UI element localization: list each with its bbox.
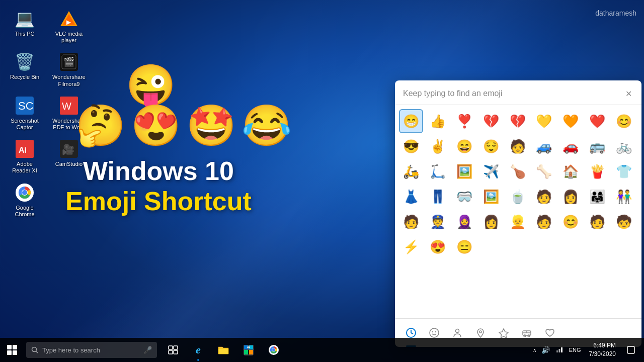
emoji-cell-29[interactable]: 🥽	[452, 185, 476, 209]
network-svg-icon	[556, 346, 563, 353]
store-button[interactable]	[236, 338, 261, 362]
emoji-cell-34[interactable]: 👨‍👩‍👧	[585, 185, 609, 209]
recycle-image: 🗑️	[15, 52, 35, 72]
chrome-taskbar-button[interactable]	[262, 338, 286, 362]
emoji-cell-3[interactable]: 💔	[479, 109, 503, 133]
emoji-cell-32[interactable]: 🧑	[532, 185, 556, 209]
svg-point-31	[528, 335, 530, 337]
language-indicator[interactable]: ENG	[567, 346, 583, 354]
emoji-cell-14[interactable]: 🚙	[532, 134, 556, 158]
pdf-word-icon[interactable]: W Wondershare PDF to Word	[51, 94, 87, 133]
emoji-cell-0[interactable]: 😁	[399, 109, 423, 133]
search-bar[interactable]: 🎤	[26, 342, 157, 358]
emoji-cell-15[interactable]: 🚗	[558, 134, 583, 158]
svg-point-24	[432, 331, 433, 332]
svg-rect-38	[169, 350, 173, 354]
svg-point-50	[272, 348, 275, 351]
adobe-reader-icon[interactable]: Ai Adobe Reader XI	[7, 137, 43, 176]
svg-rect-46	[249, 350, 253, 354]
emoji-cell-40[interactable]: 👱	[506, 210, 530, 234]
emoji-cell-1[interactable]: 👍	[426, 109, 450, 133]
emoji-cell-17[interactable]: 🚲	[612, 134, 636, 158]
emoji-cell-44[interactable]: 🧒	[612, 210, 636, 234]
search-input[interactable]	[42, 346, 139, 354]
emoji-cell-27[interactable]: 👗	[399, 185, 423, 209]
chrome-label: Google Chrome	[9, 205, 41, 218]
store-icon	[243, 344, 254, 355]
emoji-cell-37[interactable]: 👮	[426, 210, 450, 234]
system-clock[interactable]: 6:49 PM 7/30/2020	[585, 341, 620, 358]
emoji-cell-24[interactable]: 🏠	[558, 159, 583, 184]
svg-point-26	[456, 329, 459, 333]
network-icon[interactable]	[554, 345, 565, 355]
pdf-word-label: Wondershare PDF to Word	[52, 118, 86, 131]
emoji-cell-38[interactable]: 🧕	[452, 210, 476, 234]
svg-rect-40	[218, 348, 228, 354]
emoji-cell-42[interactable]: 😊	[558, 210, 583, 234]
emoji-cell-7[interactable]: ❤️	[585, 109, 609, 133]
emoji-cell-19[interactable]: 🛴	[426, 159, 450, 184]
title-area: Windows 10 Emoji Shortcut	[65, 156, 252, 216]
taskbar-apps: e	[161, 338, 286, 362]
svg-rect-37	[174, 346, 178, 349]
pdf-word-image: W	[59, 96, 79, 116]
emoji-cell-9[interactable]: 😎	[399, 134, 423, 158]
svg-line-22	[411, 333, 413, 334]
emoji-cell-43[interactable]: 🧑	[585, 210, 609, 234]
svg-text:🎬: 🎬	[63, 56, 75, 67]
emoji-cell-10[interactable]: ✌️	[426, 134, 450, 158]
task-view-button[interactable]	[161, 338, 185, 362]
notification-center-button[interactable]	[622, 341, 640, 359]
screenshot-captor-icon[interactable]: SC Screenshot Captor	[7, 94, 43, 133]
emoji-cell-16[interactable]: 🚌	[585, 134, 609, 158]
emoji-cell-47[interactable]: 😑	[452, 235, 476, 259]
system-tray: ∧ 🔊 ENG 6:49 PM 7/30/2020	[532, 341, 644, 359]
windows-logo-icon	[7, 345, 17, 355]
vlc-icon[interactable]: ▶ VLC media player	[51, 7, 87, 46]
emoji-cell-35[interactable]: 👫	[612, 185, 636, 209]
emoji-cell-25[interactable]: 🍟	[585, 159, 609, 184]
emoji-cell-22[interactable]: 🍗	[506, 159, 530, 184]
emoji-cell-28[interactable]: 👖	[426, 185, 450, 209]
emoji-cell-13[interactable]: 🧑	[506, 134, 530, 158]
emoji-cell-36[interactable]: 🧑	[399, 210, 423, 234]
emoji-cell-39[interactable]: 👩	[479, 210, 503, 234]
emoji-cell-26[interactable]: 👕	[612, 159, 636, 184]
emoji-cell-18[interactable]: 🛵	[399, 159, 423, 184]
recycle-bin-icon[interactable]: 🗑️ Recycle Bin	[7, 50, 43, 89]
wink-emoji: 😜	[126, 65, 176, 106]
picker-header: Keep typing to find an emoji ✕	[395, 80, 641, 105]
file-explorer-button[interactable]	[211, 338, 235, 362]
svg-point-25	[435, 331, 436, 332]
start-button[interactable]	[0, 338, 24, 362]
emoji-cell-23[interactable]: 🦴	[532, 159, 556, 184]
emoji-cell-21[interactable]: ✈️	[479, 159, 503, 184]
tray-expand-button[interactable]: ∧	[532, 347, 537, 353]
this-pc-image: 💻	[15, 9, 35, 29]
emoji-cell-41[interactable]: 🧑	[532, 210, 556, 234]
emoji-cell-12[interactable]: 😌	[479, 134, 503, 158]
svg-point-34	[32, 347, 37, 352]
edge-button[interactable]: e	[186, 338, 210, 362]
screenshot-label: Screenshot Captor	[9, 118, 41, 131]
svg-rect-51	[556, 350, 558, 352]
this-pc-icon[interactable]: 💻 This PC	[7, 7, 43, 46]
emoji-cell-8[interactable]: 😊	[612, 109, 636, 133]
svg-rect-45	[244, 350, 248, 354]
emoji-cell-11[interactable]: 😄	[452, 134, 476, 158]
emoji-cell-20[interactable]: 🖼️	[452, 159, 476, 184]
emoji-cell-45[interactable]: ⚡	[399, 235, 423, 259]
svg-text:W: W	[62, 101, 71, 112]
emoji-cell-31[interactable]: 🍵	[506, 185, 530, 209]
emoji-cell-6[interactable]: 🧡	[558, 109, 583, 133]
close-button[interactable]: ✕	[623, 88, 633, 99]
emoji-cell-2[interactable]: ❣️	[452, 109, 476, 133]
emoji-cell-30[interactable]: 🖼️	[479, 185, 503, 209]
emoji-cell-5[interactable]: 💛	[532, 109, 556, 133]
emoji-cell-33[interactable]: 👩	[558, 185, 583, 209]
google-chrome-icon[interactable]: Google Chrome	[7, 180, 43, 220]
emoji-cell-46[interactable]: 😍	[426, 235, 450, 259]
filmora-icon[interactable]: 🎬 Wondershare Filmora9	[51, 50, 87, 89]
volume-icon[interactable]: 🔊	[539, 345, 552, 355]
emoji-cell-4[interactable]: 💔	[506, 109, 530, 133]
